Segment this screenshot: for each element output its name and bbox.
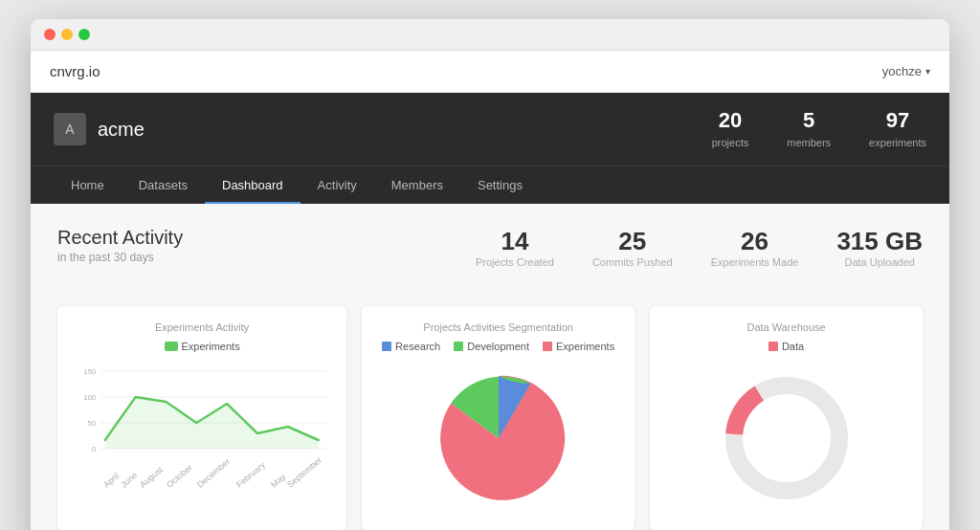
legend-experiments-label: Experiments — [182, 341, 240, 352]
stat-data-uploaded-label: Data Uploaded — [836, 256, 923, 268]
org-stat-members: 5 members — [787, 108, 831, 150]
pie-chart-title: Projects Activities Segmentation — [377, 321, 619, 333]
org-stat-projects-label: projects — [712, 137, 749, 148]
nav-bar: Home Datasets Dashboard Activity Members… — [31, 166, 949, 204]
org-stats: 20 projects 5 members 97 experiments — [712, 108, 926, 150]
app-window: cnvrg.io yochze A acme 20 projects 5 mem… — [31, 19, 949, 530]
stat-commits-pushed: 25 Commits Pushed — [592, 227, 673, 268]
nav-datasets[interactable]: Datasets — [122, 166, 205, 204]
legend-data: Data — [768, 341, 804, 352]
legend-development-label: Development — [467, 341, 529, 352]
legend-development-color — [454, 342, 463, 351]
legend-experiments: Experiments — [165, 341, 240, 352]
nav-settings[interactable]: Settings — [460, 166, 540, 204]
line-chart-title: Experiments Activity — [73, 321, 331, 333]
legend-development: Development — [454, 341, 529, 352]
org-stat-members-label: members — [787, 137, 831, 148]
donut-chart-card: Data Warehouse Data — [650, 306, 923, 530]
pie-chart — [377, 362, 619, 515]
org-stat-experiments: 97 experiments — [869, 108, 926, 150]
legend-research-label: Research — [395, 341, 440, 352]
pie-chart-card: Projects Activities Segmentation Researc… — [362, 306, 635, 530]
donut-chart-legend: Data — [665, 341, 907, 352]
legend-pie-experiments-label: Experiments — [556, 341, 614, 352]
section-title: Recent Activity — [57, 227, 466, 249]
org-header: A acme 20 projects 5 members 97 experime… — [31, 93, 949, 166]
nav-home[interactable]: Home — [54, 166, 122, 204]
stat-data-uploaded: 315 GB Data Uploaded — [836, 227, 923, 268]
stat-experiments-made-value: 26 — [711, 227, 799, 256]
donut-chart-title: Data Warehouse — [665, 321, 907, 333]
org-stat-experiments-label: experiments — [869, 137, 926, 148]
nav-dashboard[interactable]: Dashboard — [205, 166, 301, 204]
legend-data-label: Data — [782, 341, 804, 352]
legend-pie-experiments: Experiments — [543, 341, 614, 352]
svg-text:100: 100 — [83, 393, 96, 402]
line-chart: 150 100 50 0 April June August — [73, 362, 331, 496]
svg-text:150: 150 — [83, 367, 96, 376]
maximize-button[interactable] — [78, 29, 90, 40]
org-stat-projects: 20 projects — [712, 108, 749, 150]
stat-commits-pushed-value: 25 — [592, 227, 673, 256]
org-avatar: A — [54, 113, 86, 145]
minimize-button[interactable] — [61, 29, 73, 40]
legend-pie-experiments-color — [543, 342, 552, 351]
nav-activity[interactable]: Activity — [301, 166, 374, 204]
legend-research: Research — [382, 341, 440, 352]
user-menu[interactable]: yochze — [882, 64, 930, 78]
line-chart-card: Experiments Activity Experiments — [57, 306, 346, 530]
stat-commits-pushed-label: Commits Pushed — [592, 256, 673, 268]
svg-text:50: 50 — [88, 419, 97, 428]
x-axis-labels: April June August October December Febru… — [73, 482, 331, 492]
logo: cnvrg.io — [50, 63, 100, 79]
section-subtitle: in the past 30 days — [57, 251, 466, 264]
pie-chart-legend: Research Development Experiments — [377, 341, 619, 352]
stat-data-uploaded-value: 315 GB — [836, 227, 923, 256]
stat-experiments-made: 26 Experiments Made — [711, 227, 799, 268]
charts-row: Experiments Activity Experiments — [57, 306, 923, 530]
top-bar: cnvrg.io yochze — [31, 51, 949, 93]
pie-chart-svg — [427, 366, 570, 510]
org-stat-experiments-value: 97 — [869, 108, 926, 133]
org-stat-projects-value: 20 — [712, 108, 749, 133]
close-button[interactable] — [44, 29, 56, 40]
stat-projects-created: 14 Projects Created — [476, 227, 554, 268]
stat-projects-created-label: Projects Created — [476, 256, 554, 268]
stat-experiments-made-label: Experiments Made — [711, 256, 799, 268]
legend-experiments-color — [165, 342, 178, 351]
svg-text:0: 0 — [92, 445, 97, 453]
org-name: acme — [98, 119, 145, 141]
donut-chart-svg — [720, 371, 854, 505]
title-bar — [31, 19, 949, 51]
window-controls — [44, 29, 90, 40]
content-area: Recent Activity in the past 30 days 14 P… — [31, 204, 949, 530]
nav-members[interactable]: Members — [374, 166, 460, 204]
line-chart-legend: Experiments — [73, 341, 331, 352]
legend-research-color — [382, 342, 391, 351]
line-chart-svg: 150 100 50 0 — [73, 362, 331, 476]
org-stat-members-value: 5 — [787, 108, 831, 133]
donut-chart — [665, 362, 907, 515]
dashboard-stats: 14 Projects Created 25 Commits Pushed 26… — [476, 227, 923, 268]
legend-data-color — [768, 342, 778, 351]
stat-projects-created-value: 14 — [476, 227, 554, 256]
